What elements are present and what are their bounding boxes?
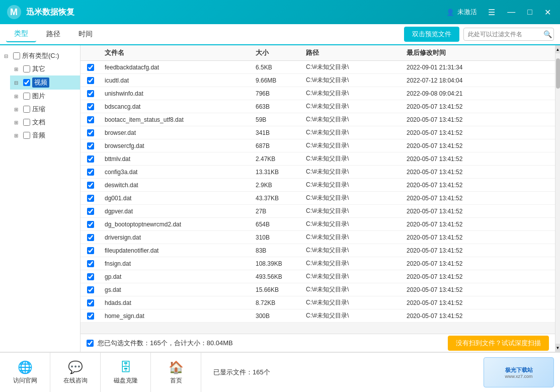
file-area: 文件名 大小 路径 最后修改时间 feedbackdatacfg.dat6.5K… [81, 45, 555, 352]
row-checkbox-8[interactable] [87, 169, 94, 176]
toolbar: 类型 路径 时间 双击预览文件 🔍 [0, 24, 560, 45]
row-checkbox-16[interactable] [87, 273, 94, 280]
sidebar-label-video: 视频 [32, 77, 49, 88]
row-checkbox-15[interactable] [87, 260, 94, 267]
row-size: 654B [252, 221, 302, 228]
sidebar-item-video[interactable]: ⊟ 视频 [10, 75, 80, 90]
sidebar-item-other[interactable]: ⊞ 其它 [10, 62, 80, 75]
sidebar-item-doc[interactable]: ⊞ 文档 [10, 116, 80, 129]
row-check-cell [81, 77, 101, 84]
minimize-button[interactable]: — [504, 6, 518, 19]
row-size: 2.9KB [252, 182, 302, 189]
bottom-item-home[interactable]: 🏠 首页 [151, 353, 201, 392]
row-size: 59B [252, 116, 302, 123]
row-checkbox-13[interactable] [87, 234, 94, 241]
table-row: bootacc_item_status_utf8.dat59BC:\#未知父目录… [81, 113, 555, 126]
row-time: 2020-05-07 13:41:52 [403, 208, 503, 215]
scroll-up-button[interactable]: ▲ [555, 45, 560, 53]
row-checkbox-7[interactable] [87, 155, 94, 163]
sidebar-item-compress[interactable]: ⊞ 压缩 [10, 103, 80, 116]
row-filename: browsercfg.dat [101, 142, 252, 149]
row-path: C:\#未知父目录\ [302, 246, 403, 255]
sidebar-item-image[interactable]: ⊞ 图片 [10, 90, 80, 103]
status-select-all-checkbox[interactable] [87, 340, 94, 347]
bottom-item-website[interactable]: 🌐 访问官网 [0, 353, 50, 392]
logo-area: M 迅米数据恢复 [6, 4, 446, 20]
row-checkbox-9[interactable] [87, 182, 94, 189]
scroll-down-button[interactable]: ▼ [555, 344, 560, 352]
row-checkbox-6[interactable] [87, 142, 94, 149]
row-check-cell [81, 64, 101, 71]
table-row: gp.dat493.56KBC:\#未知父目录\2020-05-07 13:41… [81, 270, 555, 283]
row-checkbox-1[interactable] [87, 77, 94, 84]
row-checkbox-3[interactable] [87, 103, 94, 110]
row-checkbox-14[interactable] [87, 247, 94, 254]
svg-text:M: M [10, 7, 18, 17]
row-path: C:\#未知父目录\ [302, 259, 403, 268]
table-body[interactable]: feedbackdatacfg.dat6.5KBC:\#未知父目录\2022-0… [81, 61, 555, 334]
brand-text: 极光下载站 [505, 366, 533, 374]
bottom-info: 已显示文件：165个 [201, 368, 484, 377]
row-size: 15.66KB [252, 286, 302, 293]
menu-icon[interactable]: ☰ [485, 6, 498, 19]
preview-button[interactable]: 双击预览文件 [404, 27, 459, 42]
table-row: config3a.dat13.31KBC:\#未知父目录\2020-05-07 … [81, 166, 555, 179]
row-time: 2020-05-07 13:41:52 [403, 116, 503, 123]
row-checkbox-18[interactable] [87, 299, 94, 306]
row-checkbox-10[interactable] [87, 195, 94, 202]
row-time: 2020-05-07 13:41:52 [403, 247, 503, 254]
tree-cb-video[interactable] [23, 79, 30, 86]
home-icon: 🏠 [169, 360, 184, 374]
row-size: 300B [252, 312, 302, 320]
row-size: 27B [252, 208, 302, 215]
tab-path[interactable]: 路径 [38, 27, 68, 42]
row-checkbox-19[interactable] [87, 312, 94, 320]
tab-time[interactable]: 时间 [70, 27, 101, 42]
row-filename: deswitch.dat [101, 182, 252, 189]
consult-icon: 💬 [68, 360, 83, 374]
table-row: bttmlv.dat2.47KBC:\#未知父目录\2020-05-07 13:… [81, 152, 555, 166]
row-size: 8.72KB [252, 299, 302, 306]
row-checkbox-11[interactable] [87, 208, 94, 215]
row-filename: dgpver.dat [101, 208, 252, 215]
bottom-item-disk-clone[interactable]: 🗄 磁盘克隆 [101, 353, 151, 392]
tree-cb-audio[interactable] [23, 132, 30, 139]
row-size: 83B [252, 247, 302, 254]
row-filename: bootacc_item_status_utf8.dat [101, 116, 252, 123]
row-time: 2020-05-07 13:41:52 [403, 103, 503, 110]
row-checkbox-17[interactable] [87, 286, 94, 293]
scroll-thumb[interactable] [556, 58, 560, 89]
tree-cb-doc[interactable] [23, 119, 30, 126]
table-row: deswitch.dat2.9KBC:\#未知父目录\2020-05-07 13… [81, 179, 555, 192]
close-button[interactable]: ✕ [541, 6, 554, 19]
scrollbar-track: ▲ ▼ [555, 45, 560, 352]
tree-cb-root[interactable] [13, 52, 20, 59]
tree-root-item[interactable]: ⊟ 所有类型(C:) [0, 49, 80, 62]
user-area[interactable]: 👤 未激活 [446, 8, 477, 17]
sidebar-item-audio[interactable]: ⊞ 音频 [10, 129, 80, 142]
row-check-cell [81, 312, 101, 320]
row-checkbox-2[interactable] [87, 90, 94, 97]
row-path: C:\#未知父目录\ [302, 194, 403, 202]
row-path: C:\#未知父目录\ [302, 272, 403, 281]
row-path: C:\#未知父目录\ [302, 181, 403, 189]
row-checkbox-5[interactable] [87, 129, 94, 136]
row-size: 2.47KB [252, 155, 302, 163]
row-checkbox-12[interactable] [87, 221, 94, 228]
tab-type[interactable]: 类型 [6, 26, 36, 42]
tree-cb-image[interactable] [23, 93, 30, 100]
tree-cb-compress[interactable] [23, 106, 30, 113]
tree-toggle-compress: ⊞ [14, 107, 21, 112]
row-time: 2020-05-07 13:41:52 [403, 169, 503, 176]
tree-cb-other[interactable] [23, 65, 30, 72]
row-path: C:\#未知父目录\ [302, 76, 403, 85]
maximize-button[interactable]: □ [524, 6, 535, 19]
row-checkbox-4[interactable] [87, 116, 94, 123]
row-time: 2020-05-07 13:41:52 [403, 182, 503, 189]
row-time: 2020-05-07 13:41:52 [403, 273, 503, 280]
bottom-item-consult[interactable]: 💬 在线咨询 [50, 353, 101, 392]
row-checkbox-0[interactable] [87, 64, 94, 71]
row-size: 9.66MB [252, 77, 302, 84]
search-input[interactable] [468, 31, 543, 38]
deep-scan-button[interactable]: 没有扫到文件？试试深度扫描 [448, 336, 549, 351]
